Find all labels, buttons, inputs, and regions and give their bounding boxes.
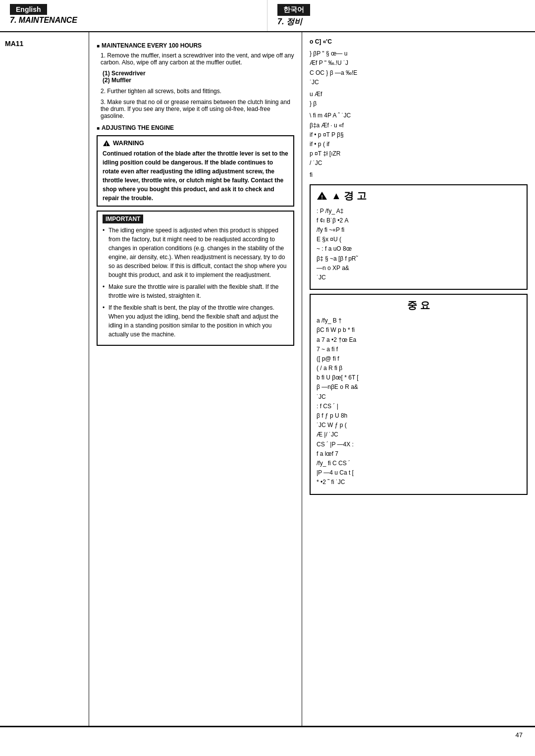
important-header: IMPORTANT [103,215,143,223]
korean-text1: } βP " § œ— u Æf P " ‰.!U ˙J C OC } β —a… [310,49,528,87]
warning-header: ! WARNING [103,139,288,147]
warning-box: ! WARNING Continued rotation of the blad… [97,135,294,207]
korean-important-box: 중 요 a /fy_ B † βC fi W p b * fi a 7 a •2… [310,294,528,494]
korean-important-title: 중 요 [317,299,521,312]
step3-text: 3. Make sure that no oil or grease remai… [97,99,294,119]
top-bar: English 7. MAINTENANCE 한국어 7. 정비 [0,0,535,32]
warning-icon: ! [103,140,110,147]
left-panel: MA11 [0,32,89,726]
footer: 47 [0,727,535,743]
korean-warning-text: : P /fy_ A‡ f ¢ı B˙β •2 A /fy fi ~«P fi … [317,207,521,283]
bullet3-text: If the flexible shaft is bent, the play … [103,303,288,339]
top-bar-left: English 7. MAINTENANCE [0,0,268,31]
step2-text: 2. Further tighten all screws, bolts and… [97,88,294,95]
subsection-maintenance-title: MAINTENANCE EVERY 100 HOURS [97,42,294,49]
important-box: IMPORTANT The idling engine speed is adj… [97,211,294,346]
english-language-badge: English [10,4,47,15]
korean-fi: fi [310,170,528,180]
warning-triangle-icon: ! [103,140,110,147]
main-content: MA11 MAINTENANCE EVERY 100 HOURS 1. Remo… [0,32,535,727]
korean-language-badge: 한국어 [277,4,310,16]
subsection-adjusting-title: ADJUSTING THE ENGINE [97,124,294,131]
bullet2-text: Make sure the throttle wire is parallel … [103,282,288,300]
korean-subsection1-title: o C] «'C [310,37,528,47]
item2-label: (2) Muffler [103,77,294,84]
svg-text:!: ! [321,194,323,200]
korean-warning-box: ! ▲ 경 고 : P /fy_ A‡ f ¢ı B˙β •2 A /fy fi… [310,184,528,290]
korean-warning-icon: ! [317,191,327,201]
top-bar-right: 한국어 7. 정비 [268,0,535,31]
right-panel: o C] «'C } βP " § œ— u Æf P " ‰.!U ˙J C … [302,32,535,726]
ma-label: MA11 [5,40,84,48]
korean-text3: \ fi m 4P A ˆ ˙JC β‡a Æf · u «f if • p ¤… [310,111,528,168]
korean-important-text: a /fy_ B † βC fi W p b * fi a 7 a •2 †œ … [317,316,521,487]
korean-section-title: 7. 정비 [277,17,525,27]
korean-text2: u Æf } β [310,90,528,108]
item1-label: (1) Screwdriver [103,70,294,77]
middle-panel: MAINTENANCE EVERY 100 HOURS 1. Remove th… [89,32,302,726]
page-container: English 7. MAINTENANCE 한국어 7. 정비 MA11 MA… [0,0,535,756]
step1-text: 1. Remove the muffler, insert a screwdri… [97,52,294,66]
svg-text:!: ! [106,142,107,147]
english-section-title: 7. MAINTENANCE [10,16,257,25]
page-number: 47 [516,731,523,739]
korean-warning-title: ! ▲ 경 고 [317,189,521,203]
warning-text: Continued rotation of the blade after th… [103,149,288,203]
bullet1-text: The idling engine speed is adjusted when… [103,226,288,279]
